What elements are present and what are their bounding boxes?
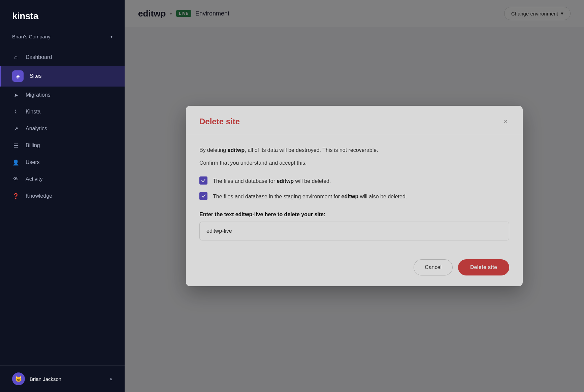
activity-icon: 👁 (12, 175, 20, 183)
sidebar-user-area[interactable]: 🐱 Brian Jackson ∧ (0, 365, 125, 392)
delete-site-button[interactable]: Delete site (458, 259, 509, 275)
cancel-button[interactable]: Cancel (414, 259, 453, 275)
cdn-icon: ⌇ (12, 108, 20, 116)
sidebar-item-migrations[interactable]: ➤ Migrations (0, 87, 125, 103)
main-content-area: editwp ▾ LIVE Environment Change environ… (125, 0, 584, 392)
sidebar-item-activity[interactable]: 👁 Activity (0, 171, 125, 188)
sidebar-item-label: Sites (30, 73, 42, 79)
sidebar-navigation: ⌂ Dashboard ◈ Sites ➤ Migrations ⌇ Kinst… (0, 43, 125, 365)
sidebar-item-label: Kinsta (26, 109, 40, 115)
checkbox-item-1[interactable]: The files and database for editwp will b… (199, 176, 509, 185)
sites-icon: ◈ (12, 70, 24, 82)
modal-footer: Cancel Delete site (186, 251, 523, 286)
knowledge-icon: ❓ (12, 192, 20, 200)
analytics-icon: ↗ (12, 125, 20, 132)
modal-overlay: Delete site × By deleting editwp, all of… (125, 0, 584, 392)
sidebar-item-label: Dashboard (26, 54, 52, 60)
delete-site-modal: Delete site × By deleting editwp, all of… (186, 106, 523, 286)
checkbox-1-site: editwp (277, 178, 294, 184)
checkbox-2[interactable] (199, 192, 207, 200)
checkbox-2-site: editwp (342, 194, 359, 199)
sidebar-item-analytics[interactable]: ↗ Analytics (0, 120, 125, 137)
user-chevron-icon: ∧ (109, 377, 112, 381)
modal-header: Delete site × (186, 106, 523, 135)
company-chevron-icon: ▾ (110, 34, 112, 39)
checkbox-2-label: The files and database in the staging en… (213, 192, 407, 201)
checkbox-group: The files and database for editwp will b… (199, 176, 509, 201)
sidebar-item-knowledge[interactable]: ❓ Knowledge (0, 188, 125, 204)
delete-input-label: Enter the text editwp-live here to delet… (199, 211, 509, 218)
delete-confirmation-input[interactable] (199, 222, 509, 240)
modal-description: By deleting editwp, all of its data will… (199, 146, 509, 155)
close-icon: × (504, 118, 508, 125)
migrations-icon: ➤ (12, 91, 20, 99)
sidebar-item-label: Users (26, 159, 40, 165)
sidebar-item-sites[interactable]: ◈ Sites (0, 66, 125, 87)
sidebar-item-kinsta-cdn[interactable]: ⌇ Kinsta (0, 103, 125, 120)
checkbox-1-label: The files and database for editwp will b… (213, 176, 331, 185)
modal-body: By deleting editwp, all of its data will… (186, 135, 523, 251)
sidebar-item-users[interactable]: 👤 Users (0, 154, 125, 171)
modal-close-button[interactable]: × (502, 117, 509, 127)
user-name: Brian Jackson (30, 376, 61, 382)
description-suffix: , all of its data will be destroyed. Thi… (245, 147, 378, 153)
sidebar-item-label: Migrations (26, 92, 51, 98)
sidebar: kinsta Brian's Company ▾ ⌂ Dashboard ◈ S… (0, 0, 125, 392)
sidebar-item-dashboard[interactable]: ⌂ Dashboard (0, 49, 125, 66)
sidebar-item-billing[interactable]: ☰ Billing (0, 137, 125, 154)
checkbox-2-suffix: will also be deleted. (358, 194, 407, 199)
users-icon: 👤 (12, 159, 20, 166)
sidebar-item-label: Analytics (26, 126, 47, 132)
description-prefix: By deleting (199, 147, 228, 153)
logo-area: kinsta (0, 0, 125, 30)
company-name: Brian's Company (12, 34, 51, 39)
user-info: 🐱 Brian Jackson (12, 372, 61, 385)
kinsta-logo: kinsta (12, 11, 38, 21)
checkbox-2-prefix: The files and database in the staging en… (213, 194, 342, 199)
avatar: 🐱 (12, 372, 25, 385)
company-selector[interactable]: Brian's Company ▾ (0, 30, 125, 43)
checkbox-1[interactable] (199, 176, 207, 185)
modal-title: Delete site (199, 117, 240, 126)
checkbox-item-2[interactable]: The files and database in the staging en… (199, 192, 509, 201)
sidebar-item-label: Knowledge (26, 193, 52, 199)
description-site: editwp (228, 147, 245, 153)
billing-icon: ☰ (12, 142, 20, 149)
checkbox-1-suffix: will be deleted. (294, 178, 331, 184)
sidebar-item-label: Billing (26, 142, 40, 149)
modal-confirm-text: Confirm that you understand and accept t… (199, 159, 509, 167)
checkbox-1-prefix: The files and database for (213, 178, 277, 184)
home-icon: ⌂ (12, 54, 20, 61)
sidebar-item-label: Activity (26, 176, 43, 182)
